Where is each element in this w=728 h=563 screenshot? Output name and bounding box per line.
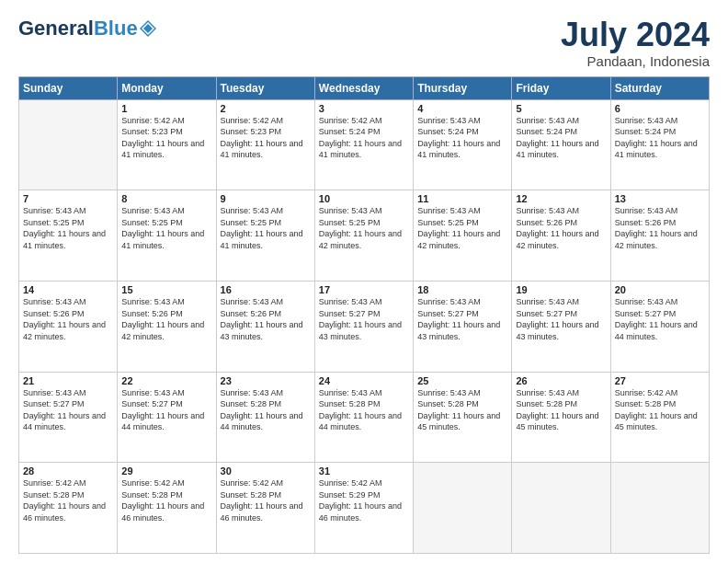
day-number: 10 [319, 193, 409, 204]
day-number: 14 [23, 284, 113, 295]
col-wednesday: Wednesday [314, 76, 413, 99]
day-number: 12 [516, 193, 606, 204]
calendar-cell: 30 Sunrise: 5:42 AMSunset: 5:28 PMDaylig… [216, 463, 314, 554]
day-info: Sunrise: 5:43 AMSunset: 5:27 PMDaylight:… [615, 296, 705, 342]
calendar-cell: 9 Sunrise: 5:43 AMSunset: 5:25 PMDayligh… [216, 190, 314, 282]
day-info: Sunrise: 5:43 AMSunset: 5:26 PMDaylight:… [23, 296, 113, 342]
calendar-cell: 16 Sunrise: 5:43 AMSunset: 5:26 PMDaylig… [216, 281, 314, 372]
calendar-cell: 14 Sunrise: 5:43 AMSunset: 5:26 PMDaylig… [19, 281, 118, 372]
day-info: Sunrise: 5:43 AMSunset: 5:28 PMDaylight:… [221, 387, 311, 433]
calendar-cell [19, 99, 118, 190]
logo-icon [140, 20, 156, 37]
month-title: July 2024 [561, 17, 710, 53]
day-info: Sunrise: 5:43 AMSunset: 5:27 PMDaylight:… [319, 296, 409, 342]
day-number: 31 [319, 465, 409, 477]
calendar-cell: 12 Sunrise: 5:43 AMSunset: 5:26 PMDaylig… [512, 190, 610, 282]
calendar-cell: 19 Sunrise: 5:43 AMSunset: 5:27 PMDaylig… [512, 281, 610, 372]
day-number: 29 [121, 465, 211, 477]
day-number: 7 [23, 193, 113, 204]
calendar-cell: 27 Sunrise: 5:42 AMSunset: 5:28 PMDaylig… [610, 372, 709, 463]
day-number: 16 [221, 284, 311, 295]
day-info: Sunrise: 5:43 AMSunset: 5:25 PMDaylight:… [417, 205, 507, 251]
calendar-cell: 26 Sunrise: 5:43 AMSunset: 5:28 PMDaylig… [512, 372, 610, 463]
day-number: 15 [121, 284, 211, 295]
col-thursday: Thursday [414, 76, 512, 99]
day-number: 17 [319, 284, 409, 295]
day-number: 3 [319, 103, 409, 114]
header: GeneralBlue July 2024 Pandaan, Indonesia [18, 17, 710, 69]
col-sunday: Sunday [19, 76, 118, 99]
calendar-cell: 18 Sunrise: 5:43 AMSunset: 5:27 PMDaylig… [414, 281, 512, 372]
logo-blue: Blue [94, 17, 138, 40]
col-friday: Friday [512, 76, 610, 99]
calendar-cell: 22 Sunrise: 5:43 AMSunset: 5:27 PMDaylig… [118, 372, 216, 463]
week-row-4: 28 Sunrise: 5:42 AMSunset: 5:28 PMDaylig… [19, 463, 710, 554]
day-number: 23 [221, 375, 311, 386]
day-info: Sunrise: 5:43 AMSunset: 5:26 PMDaylight:… [221, 296, 311, 342]
day-info: Sunrise: 5:42 AMSunset: 5:29 PMDaylight:… [319, 477, 409, 523]
calendar-cell: 25 Sunrise: 5:43 AMSunset: 5:28 PMDaylig… [414, 372, 512, 463]
day-info: Sunrise: 5:43 AMSunset: 5:28 PMDaylight:… [319, 387, 409, 433]
calendar-cell: 17 Sunrise: 5:43 AMSunset: 5:27 PMDaylig… [314, 281, 413, 372]
calendar-cell: 20 Sunrise: 5:43 AMSunset: 5:27 PMDaylig… [610, 281, 709, 372]
day-info: Sunrise: 5:42 AMSunset: 5:28 PMDaylight:… [615, 387, 705, 433]
logo: GeneralBlue [18, 17, 156, 40]
calendar-cell: 7 Sunrise: 5:43 AMSunset: 5:25 PMDayligh… [19, 190, 118, 282]
col-saturday: Saturday [610, 76, 709, 99]
day-number: 22 [121, 375, 211, 386]
calendar-cell: 6 Sunrise: 5:43 AMSunset: 5:24 PMDayligh… [610, 99, 709, 190]
day-number: 30 [221, 465, 311, 477]
day-number: 26 [516, 375, 606, 386]
calendar-cell: 3 Sunrise: 5:42 AMSunset: 5:24 PMDayligh… [314, 99, 413, 190]
day-number: 6 [615, 103, 705, 114]
calendar-cell: 15 Sunrise: 5:43 AMSunset: 5:26 PMDaylig… [118, 281, 216, 372]
calendar-cell: 21 Sunrise: 5:43 AMSunset: 5:27 PMDaylig… [19, 372, 118, 463]
day-number: 25 [417, 375, 507, 386]
day-info: Sunrise: 5:43 AMSunset: 5:25 PMDaylight:… [121, 205, 211, 251]
week-row-3: 21 Sunrise: 5:43 AMSunset: 5:27 PMDaylig… [19, 372, 710, 463]
calendar-cell: 11 Sunrise: 5:43 AMSunset: 5:25 PMDaylig… [414, 190, 512, 282]
day-number: 19 [516, 284, 606, 295]
calendar-cell: 2 Sunrise: 5:42 AMSunset: 5:23 PMDayligh… [216, 99, 314, 190]
day-info: Sunrise: 5:43 AMSunset: 5:28 PMDaylight:… [417, 387, 507, 433]
week-row-1: 7 Sunrise: 5:43 AMSunset: 5:25 PMDayligh… [19, 190, 710, 282]
calendar-table: Sunday Monday Tuesday Wednesday Thursday… [18, 76, 710, 554]
day-info: Sunrise: 5:43 AMSunset: 5:24 PMDaylight:… [615, 115, 705, 161]
header-row: Sunday Monday Tuesday Wednesday Thursday… [19, 76, 710, 99]
calendar-cell: 10 Sunrise: 5:43 AMSunset: 5:25 PMDaylig… [314, 190, 413, 282]
calendar-cell: 5 Sunrise: 5:43 AMSunset: 5:24 PMDayligh… [512, 99, 610, 190]
day-number: 27 [615, 375, 705, 386]
location: Pandaan, Indonesia [561, 53, 710, 69]
col-tuesday: Tuesday [216, 76, 314, 99]
day-info: Sunrise: 5:43 AMSunset: 5:26 PMDaylight:… [615, 205, 705, 251]
page: GeneralBlue July 2024 Pandaan, Indonesia… [0, 0, 728, 563]
day-info: Sunrise: 5:43 AMSunset: 5:25 PMDaylight:… [221, 205, 311, 251]
day-info: Sunrise: 5:43 AMSunset: 5:28 PMDaylight:… [516, 387, 606, 433]
day-info: Sunrise: 5:42 AMSunset: 5:28 PMDaylight:… [23, 477, 113, 523]
calendar-cell: 13 Sunrise: 5:43 AMSunset: 5:26 PMDaylig… [610, 190, 709, 282]
calendar-cell [610, 463, 709, 554]
day-number: 8 [121, 193, 211, 204]
day-number: 2 [221, 103, 311, 114]
day-number: 5 [516, 103, 606, 114]
day-number: 4 [417, 103, 507, 114]
day-number: 28 [23, 465, 113, 477]
day-info: Sunrise: 5:43 AMSunset: 5:27 PMDaylight:… [516, 296, 606, 342]
day-number: 21 [23, 375, 113, 386]
calendar-cell: 4 Sunrise: 5:43 AMSunset: 5:24 PMDayligh… [414, 99, 512, 190]
week-row-0: 1 Sunrise: 5:42 AMSunset: 5:23 PMDayligh… [19, 99, 710, 190]
day-number: 13 [615, 193, 705, 204]
logo-text: GeneralBlue [18, 17, 156, 40]
day-info: Sunrise: 5:43 AMSunset: 5:24 PMDaylight:… [417, 115, 507, 161]
logo-general: General [18, 17, 94, 40]
day-info: Sunrise: 5:43 AMSunset: 5:25 PMDaylight:… [319, 205, 409, 251]
week-row-2: 14 Sunrise: 5:43 AMSunset: 5:26 PMDaylig… [19, 281, 710, 372]
day-number: 1 [121, 103, 211, 114]
col-monday: Monday [118, 76, 216, 99]
day-info: Sunrise: 5:42 AMSunset: 5:28 PMDaylight:… [221, 477, 311, 523]
day-number: 24 [319, 375, 409, 386]
day-info: Sunrise: 5:42 AMSunset: 5:23 PMDaylight:… [221, 115, 311, 161]
day-info: Sunrise: 5:43 AMSunset: 5:27 PMDaylight:… [417, 296, 507, 342]
calendar-cell: 24 Sunrise: 5:43 AMSunset: 5:28 PMDaylig… [314, 372, 413, 463]
calendar-cell [414, 463, 512, 554]
